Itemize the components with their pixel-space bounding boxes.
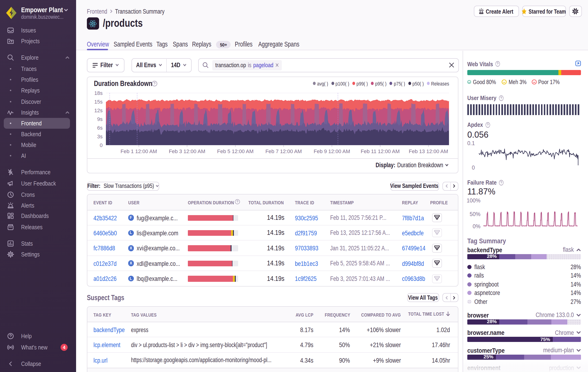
svg-text:6s: 6s [97, 125, 102, 131]
svg-text:Feb 5 12:00 AM: Feb 5 12:00 AM [217, 148, 253, 154]
svg-text:Feb 13 12:00 AM: Feb 13 12:00 AM [409, 148, 448, 154]
svg-text:0: 0 [100, 142, 102, 148]
svg-text:3s: 3s [97, 133, 102, 139]
svg-text:Feb 1 12:00 AM: Feb 1 12:00 AM [120, 148, 157, 154]
svg-text:15s: 15s [94, 99, 102, 105]
svg-text:Feb 3 12:00 AM: Feb 3 12:00 AM [168, 148, 205, 154]
svg-text:9s: 9s [97, 116, 102, 122]
svg-text:Feb 11 12:00 AM: Feb 11 12:00 AM [360, 148, 399, 154]
svg-text:Feb 9 12:00 AM: Feb 9 12:00 AM [314, 148, 350, 154]
svg-text:12s: 12s [94, 107, 102, 113]
svg-text:Feb 7 12:00 AM: Feb 7 12:00 AM [265, 148, 302, 154]
svg-text:18s: 18s [94, 90, 102, 96]
